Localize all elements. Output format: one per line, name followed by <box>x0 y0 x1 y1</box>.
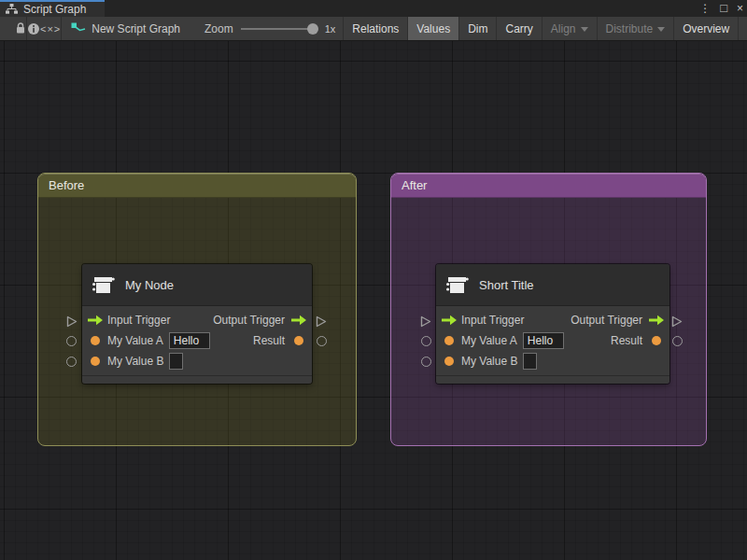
value-inlet-circle-icon[interactable] <box>66 357 77 367</box>
unit-icon <box>92 273 116 297</box>
value-b-label: My Value B <box>461 355 517 368</box>
input-trigger-port[interactable] <box>87 312 104 329</box>
relations-button-label: Relations <box>352 22 399 35</box>
node-row: My Value B <box>441 351 665 371</box>
node-short-title-body: Input Trigger Output Trigger My Value A … <box>436 306 669 375</box>
lock-button[interactable] <box>15 17 26 41</box>
value-b-input[interactable] <box>169 353 183 370</box>
lock-icon <box>15 22 26 35</box>
value-port-icon <box>91 336 100 345</box>
node-short-title[interactable]: Short Title Input Trigger Output Trigger… <box>436 264 669 384</box>
tab-script-graph[interactable]: Script Graph <box>0 0 105 17</box>
value-port-icon <box>444 336 454 345</box>
group-after-header[interactable]: After <box>391 174 706 198</box>
code-preview-button[interactable]: <×> <box>40 17 61 41</box>
input-trigger-port[interactable] <box>441 312 458 329</box>
window-menu-icon[interactable]: ⋮ <box>699 0 711 17</box>
node-row: My Value A Result <box>441 330 665 351</box>
graph-asset-button[interactable]: New Script Graph <box>62 17 190 41</box>
graph-canvas[interactable]: Before After My Node <box>0 41 747 560</box>
node-my-node-header[interactable]: My Node <box>82 264 312 306</box>
code-icon: <×> <box>40 23 61 35</box>
node-my-node[interactable]: My Node Input Trigger Output Trigger My … <box>82 264 312 384</box>
zoom-label: Zoom <box>204 22 233 35</box>
script-graph-asset-icon <box>71 22 86 35</box>
tab-bar: Script Graph ⋮ □ × <box>0 0 747 17</box>
flow-inlet-triangle-icon[interactable] <box>66 315 78 331</box>
value-a-port[interactable] <box>87 332 104 349</box>
value-b-input[interactable] <box>523 353 537 370</box>
node-row: Input Trigger Output Trigger <box>87 310 307 330</box>
info-icon <box>27 22 40 35</box>
output-trigger-port[interactable] <box>648 312 665 329</box>
output-trigger-port[interactable] <box>290 312 307 329</box>
value-a-port[interactable] <box>441 332 458 349</box>
group-before-header[interactable]: Before <box>38 174 356 198</box>
value-b-label: My Value B <box>107 355 163 368</box>
align-button[interactable]: Align <box>542 17 597 41</box>
chevron-down-icon <box>581 27 588 32</box>
graph-hierarchy-icon <box>6 4 18 15</box>
value-a-input[interactable] <box>523 332 564 349</box>
graph-toolbar: <×> New Script Graph Zoom 1x Relations V… <box>0 17 747 41</box>
value-a-input[interactable] <box>169 332 210 349</box>
fullscreen-button[interactable]: Full Screen <box>738 17 747 41</box>
output-trigger-label: Output Trigger <box>571 314 642 327</box>
node-row: Input Trigger Output Trigger <box>441 310 665 330</box>
relations-button[interactable]: Relations <box>343 17 407 41</box>
result-port[interactable] <box>290 332 307 349</box>
window-close-icon[interactable]: × <box>737 0 743 17</box>
value-inlet-circle-icon[interactable] <box>421 357 431 367</box>
node-row: My Value B <box>87 351 307 371</box>
zoom-value: 1x <box>325 23 336 35</box>
value-port-icon <box>294 336 303 345</box>
node-short-title-header[interactable]: Short Title <box>436 264 669 306</box>
distribute-button[interactable]: Distribute <box>597 17 674 41</box>
node-footer <box>436 375 669 384</box>
values-button-label: Values <box>416 22 450 35</box>
tab-title: Script Graph <box>23 3 86 16</box>
distribute-button-label: Distribute <box>606 22 654 35</box>
carry-button[interactable]: Carry <box>496 17 541 41</box>
zoom-slider-knob[interactable] <box>307 23 318 35</box>
dim-button-label: Dim <box>468 22 487 35</box>
node-title: My Node <box>125 278 174 292</box>
overview-button-label: Overview <box>683 22 729 35</box>
value-outlet-circle-icon[interactable] <box>672 336 683 346</box>
unit-icon <box>445 273 470 297</box>
group-before-label: Before <box>49 178 84 192</box>
value-port-icon <box>444 357 454 366</box>
value-inlet-circle-icon[interactable] <box>421 336 431 346</box>
align-button-label: Align <box>551 22 576 35</box>
flow-inlet-triangle-icon[interactable] <box>420 315 431 331</box>
value-inlet-circle-icon[interactable] <box>66 336 77 346</box>
group-after-label: After <box>402 178 427 192</box>
input-trigger-label: Input Trigger <box>107 314 170 327</box>
zoom-slider[interactable] <box>241 23 317 35</box>
carry-button-label: Carry <box>505 22 532 35</box>
node-row: My Value A Result <box>87 330 307 351</box>
chevron-down-icon <box>657 27 665 32</box>
value-b-port[interactable] <box>441 353 458 370</box>
value-port-icon <box>91 357 100 366</box>
dim-button[interactable]: Dim <box>458 17 496 41</box>
overview-button[interactable]: Overview <box>673 17 738 41</box>
window-maximize-icon[interactable]: □ <box>720 0 727 17</box>
flow-outlet-triangle-icon[interactable] <box>671 315 683 331</box>
flow-outlet-triangle-icon[interactable] <box>316 315 327 331</box>
zoom-slider-track <box>241 28 317 30</box>
output-trigger-label: Output Trigger <box>213 314 285 327</box>
result-label: Result <box>611 334 642 347</box>
value-port-icon <box>652 336 661 345</box>
graph-asset-name: New Script Graph <box>92 22 180 35</box>
node-footer <box>82 375 312 384</box>
values-button[interactable]: Values <box>407 17 458 41</box>
info-button[interactable] <box>27 17 40 41</box>
value-a-label: My Value A <box>461 334 517 347</box>
value-a-label: My Value A <box>107 334 163 347</box>
value-b-port[interactable] <box>87 353 104 370</box>
node-title: Short Title <box>479 278 534 292</box>
value-outlet-circle-icon[interactable] <box>317 336 327 346</box>
node-my-node-body: Input Trigger Output Trigger My Value A … <box>82 306 312 375</box>
result-port[interactable] <box>648 332 665 349</box>
